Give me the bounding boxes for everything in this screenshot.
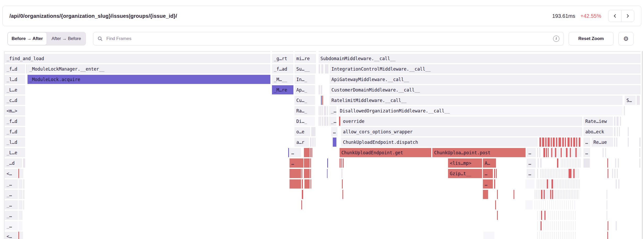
flame-frame-sliver[interactable] <box>612 169 613 178</box>
flame-frame-sliver[interactable] <box>615 158 616 168</box>
flame-frame-sliver[interactable] <box>304 169 310 178</box>
flame-frame-sliver[interactable] <box>624 106 625 115</box>
flame-frame-sliver[interactable] <box>339 117 340 126</box>
flame-frame-sliver[interactable] <box>547 179 548 189</box>
flame-frame-sliver[interactable] <box>628 138 629 147</box>
flame-frame-sliver[interactable] <box>616 138 617 147</box>
flame-frame-sliver[interactable] <box>525 179 534 189</box>
flame-frame[interactable]: A… <box>483 158 496 168</box>
flame-frame-sliver[interactable] <box>312 138 314 147</box>
flame-frame[interactable]: Di…_ <box>294 117 315 126</box>
flame-frame[interactable]: _L…e <box>5 85 25 94</box>
flame-frame-sliver[interactable] <box>538 158 539 168</box>
flame-frame-cluster[interactable] <box>537 211 576 220</box>
flame-frame[interactable]: … <box>583 138 590 147</box>
flame-frame-sliver[interactable] <box>301 200 302 209</box>
flame-frame-sliver[interactable] <box>556 138 557 147</box>
flame-frame-sliver[interactable] <box>324 117 326 126</box>
flame-frame-sliver[interactable] <box>341 169 342 178</box>
flame-frame-sliver[interactable] <box>614 117 615 126</box>
flame-frame-sliver[interactable] <box>539 148 541 157</box>
flame-frame[interactable]: In…_ <box>294 75 315 84</box>
flame-frame[interactable]: Gzip…t__ <box>448 169 482 178</box>
flame-frame-sliver[interactable] <box>557 158 558 168</box>
flame-frame[interactable]: _… <box>5 190 18 199</box>
flame-frame-sliver[interactable] <box>550 190 551 199</box>
flame-frame-sliver[interactable] <box>483 190 488 199</box>
flame-frame[interactable]: Re…ue <box>592 138 613 147</box>
flame-frame[interactable]: … <box>527 148 536 157</box>
flame-frame[interactable]: CustomerDomainMiddleware.__call__ <box>330 85 641 94</box>
flame-frame-sliver[interactable] <box>310 179 311 189</box>
flame-frame[interactable]: _… <box>329 106 336 115</box>
flame-frame-sliver[interactable] <box>310 148 311 157</box>
flame-frame-sliver[interactable] <box>525 200 533 209</box>
flame-frame-sliver[interactable] <box>567 138 570 147</box>
flame-frame-sliver[interactable] <box>19 232 23 239</box>
flame-frame[interactable]: SubdomainMiddleware.__call__ <box>319 54 641 63</box>
flame-frame-sliver[interactable] <box>571 138 572 147</box>
flame-frame-sliver[interactable] <box>304 179 310 189</box>
flame-frame-sliver[interactable] <box>628 127 629 136</box>
flame-frame-sliver[interactable] <box>541 211 542 220</box>
flame-frame-sliver[interactable] <box>579 138 580 147</box>
flame-frame-sliver[interactable] <box>497 211 498 220</box>
flame-frame-sliver[interactable] <box>341 158 342 168</box>
flame-frame-sliver[interactable] <box>294 51 316 52</box>
flame-frame[interactable]: _c…d <box>5 96 25 105</box>
flame-frame[interactable]: _l…d <box>5 138 25 147</box>
flame-frame[interactable]: DisallowedOrganizationMiddleware.__call_… <box>338 106 623 115</box>
flame-frame-sliver[interactable] <box>319 106 320 115</box>
flame-frame-sliver[interactable] <box>607 232 608 239</box>
flame-frame-sliver[interactable] <box>320 117 321 126</box>
flame-frame-sliver[interactable] <box>321 64 323 73</box>
flame-frame-sliver[interactable] <box>302 190 303 199</box>
flame-frame-cluster[interactable] <box>534 200 576 209</box>
flame-frame-sliver[interactable] <box>607 158 608 168</box>
flame-frame-sliver[interactable] <box>20 169 23 178</box>
flame-frame[interactable]: _… <box>5 221 18 230</box>
flame-frame[interactable]: … <box>290 158 303 168</box>
flame-frame[interactable]: _find_and_load <box>5 54 270 63</box>
flame-frame-sliver[interactable] <box>561 148 562 157</box>
flame-frame[interactable]: ChunkUploa…point.post <box>432 148 526 157</box>
flame-frame-sliver[interactable] <box>537 169 538 178</box>
flame-frame[interactable]: … <box>483 169 493 178</box>
flame-frame[interactable]: … <box>583 148 590 157</box>
flame-frame-sliver[interactable] <box>548 138 550 147</box>
flame-frame-sliver[interactable] <box>304 148 310 157</box>
flame-frame-sliver[interactable] <box>551 138 552 147</box>
flame-frame-sliver[interactable] <box>23 200 24 209</box>
flame-frame[interactable]: Ap…_ <box>294 85 315 94</box>
flame-frame-sliver[interactable] <box>551 148 552 157</box>
flame-frame[interactable]: o…e <box>294 127 310 136</box>
flame-frame[interactable]: _… <box>5 200 18 209</box>
flame-frame-sliver[interactable] <box>618 158 619 168</box>
flame-frame-sliver[interactable] <box>546 148 547 157</box>
flame-frame-sliver[interactable] <box>573 138 575 147</box>
flame-frame[interactable]: _f…d <box>5 117 25 126</box>
flame-frame-sliver[interactable] <box>562 138 564 147</box>
flame-frame[interactable]: … <box>527 169 535 178</box>
flame-frame-sliver[interactable] <box>319 117 320 126</box>
flame-frame-sliver[interactable] <box>23 190 24 199</box>
flame-frame-sliver[interactable] <box>322 96 323 105</box>
flame-frame-sliver[interactable] <box>616 221 617 230</box>
flame-frame-sliver[interactable] <box>617 127 618 136</box>
flame-frame-sliver[interactable] <box>23 179 24 189</box>
flame-frame-sliver[interactable] <box>312 148 312 157</box>
flame-frame-sliver[interactable] <box>552 190 553 199</box>
flame-frame-sliver[interactable] <box>321 85 322 94</box>
flame-frame-sliver[interactable] <box>319 85 320 94</box>
flame-frame-sliver[interactable] <box>272 51 293 52</box>
flame-frame-sliver[interactable] <box>553 138 555 147</box>
flame-frame[interactable]: _L…e <box>5 148 25 157</box>
flame-frame-sliver[interactable] <box>321 96 322 105</box>
flame-frame-sliver[interactable] <box>342 179 343 189</box>
flame-frame-sliver[interactable] <box>340 158 341 168</box>
flame-frame[interactable]: _ModuleLock.acquire <box>28 75 270 84</box>
flame-frame[interactable]: mi…re <box>294 54 316 63</box>
flame-frame-sliver[interactable] <box>617 169 618 178</box>
flame-frame[interactable]: _g…rt <box>272 54 293 63</box>
flame-frame-sliver[interactable] <box>541 221 542 230</box>
